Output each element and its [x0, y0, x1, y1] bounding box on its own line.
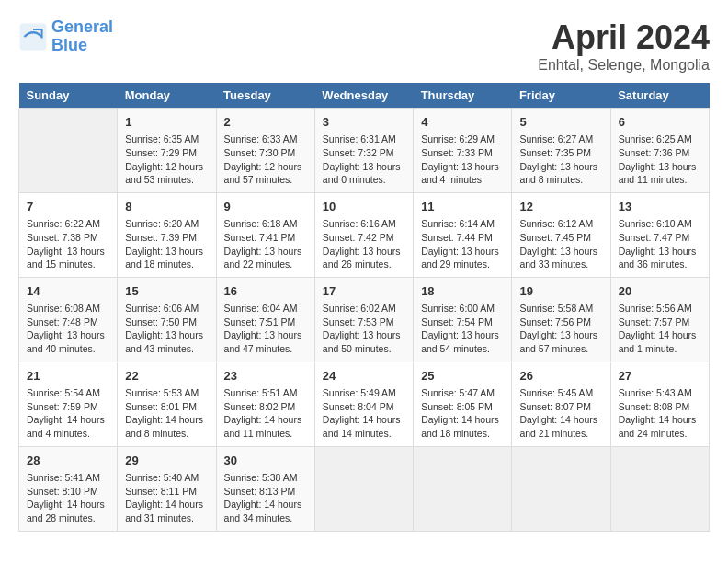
- day-info: Sunrise: 6:02 AM Sunset: 7:53 PM Dayligh…: [323, 302, 405, 356]
- day-info: Sunrise: 5:47 AM Sunset: 8:05 PM Dayligh…: [421, 386, 504, 441]
- day-info: Sunrise: 5:53 AM Sunset: 8:01 PM Dayligh…: [125, 386, 208, 441]
- header-sunday: Sunday: [19, 83, 118, 109]
- day-info: Sunrise: 6:06 AM Sunset: 7:50 PM Dayligh…: [125, 302, 208, 356]
- day-number: 29: [125, 453, 208, 469]
- calendar-cell: [414, 446, 512, 531]
- calendar-cell: 12Sunrise: 6:12 AM Sunset: 7:45 PM Dayli…: [512, 192, 610, 277]
- logo-text: General Blue: [51, 18, 113, 55]
- day-info: Sunrise: 6:33 AM Sunset: 7:30 PM Dayligh…: [224, 132, 307, 187]
- day-info: Sunrise: 5:58 AM Sunset: 7:56 PM Dayligh…: [519, 302, 602, 356]
- calendar-cell: 3Sunrise: 6:31 AM Sunset: 7:32 PM Daylig…: [314, 109, 413, 193]
- day-number: 11: [421, 199, 504, 215]
- day-number: 6: [619, 114, 701, 131]
- calendar-cell: [610, 446, 709, 531]
- calendar-cell: 27Sunrise: 5:43 AM Sunset: 8:08 PM Dayli…: [610, 362, 709, 446]
- calendar-cell: 19Sunrise: 5:58 AM Sunset: 7:56 PM Dayli…: [512, 277, 610, 362]
- calendar-cell: 30Sunrise: 5:38 AM Sunset: 8:13 PM Dayli…: [216, 446, 314, 531]
- calendar-cell: 15Sunrise: 6:06 AM Sunset: 7:50 PM Dayli…: [118, 277, 216, 362]
- day-info: Sunrise: 6:00 AM Sunset: 7:54 PM Dayligh…: [421, 302, 504, 356]
- week-row-2: 7Sunrise: 6:22 AM Sunset: 7:38 PM Daylig…: [19, 192, 710, 277]
- day-number: 17: [323, 283, 405, 300]
- day-info: Sunrise: 6:08 AM Sunset: 7:48 PM Dayligh…: [27, 302, 109, 356]
- day-number: 14: [27, 283, 109, 300]
- day-number: 23: [224, 368, 307, 385]
- day-info: Sunrise: 6:10 AM Sunset: 7:47 PM Dayligh…: [619, 217, 701, 271]
- day-info: Sunrise: 6:27 AM Sunset: 7:35 PM Dayligh…: [519, 132, 602, 187]
- day-info: Sunrise: 5:51 AM Sunset: 8:02 PM Dayligh…: [224, 386, 307, 441]
- calendar-cell: 28Sunrise: 5:41 AM Sunset: 8:10 PM Dayli…: [19, 446, 118, 531]
- day-number: 22: [125, 368, 208, 385]
- calendar-cell: 23Sunrise: 5:51 AM Sunset: 8:02 PM Dayli…: [216, 362, 314, 446]
- title-block: April 2024 Enhtal, Selenge, Mongolia: [538, 18, 710, 74]
- calendar-cell: 1Sunrise: 6:35 AM Sunset: 7:29 PM Daylig…: [118, 109, 216, 193]
- calendar-cell: 9Sunrise: 6:18 AM Sunset: 7:41 PM Daylig…: [216, 192, 314, 277]
- header-row: SundayMondayTuesdayWednesdayThursdayFrid…: [19, 83, 710, 109]
- calendar-cell: 20Sunrise: 5:56 AM Sunset: 7:57 PM Dayli…: [610, 277, 709, 362]
- day-info: Sunrise: 6:29 AM Sunset: 7:33 PM Dayligh…: [421, 132, 504, 187]
- header-friday: Friday: [512, 83, 610, 109]
- day-number: 12: [519, 199, 602, 215]
- calendar-cell: 22Sunrise: 5:53 AM Sunset: 8:01 PM Dayli…: [118, 362, 216, 446]
- calendar-cell: 11Sunrise: 6:14 AM Sunset: 7:44 PM Dayli…: [414, 192, 512, 277]
- day-number: 5: [519, 114, 602, 131]
- day-info: Sunrise: 5:41 AM Sunset: 8:10 PM Dayligh…: [27, 471, 109, 525]
- day-number: 18: [421, 283, 504, 300]
- day-info: Sunrise: 5:54 AM Sunset: 7:59 PM Dayligh…: [27, 386, 109, 441]
- calendar-cell: [512, 446, 610, 531]
- day-number: 1: [125, 114, 208, 131]
- page-header: General Blue April 2024 Enhtal, Selenge,…: [18, 18, 710, 74]
- logo: General Blue: [18, 18, 113, 55]
- day-info: Sunrise: 6:20 AM Sunset: 7:39 PM Dayligh…: [125, 217, 208, 271]
- calendar-cell: 6Sunrise: 6:25 AM Sunset: 7:36 PM Daylig…: [610, 109, 709, 193]
- calendar-cell: 14Sunrise: 6:08 AM Sunset: 7:48 PM Dayli…: [19, 277, 118, 362]
- header-saturday: Saturday: [610, 83, 709, 109]
- header-thursday: Thursday: [414, 83, 512, 109]
- calendar-cell: 7Sunrise: 6:22 AM Sunset: 7:38 PM Daylig…: [19, 192, 118, 277]
- day-number: 10: [323, 199, 405, 215]
- day-info: Sunrise: 6:12 AM Sunset: 7:45 PM Dayligh…: [519, 217, 602, 271]
- calendar-subtitle: Enhtal, Selenge, Mongolia: [538, 57, 710, 74]
- day-number: 21: [27, 368, 109, 385]
- calendar-title: April 2024: [538, 18, 710, 57]
- calendar-cell: 24Sunrise: 5:49 AM Sunset: 8:04 PM Dayli…: [314, 362, 413, 446]
- day-info: Sunrise: 6:35 AM Sunset: 7:29 PM Dayligh…: [125, 132, 208, 187]
- day-number: 27: [619, 368, 701, 385]
- calendar-cell: 2Sunrise: 6:33 AM Sunset: 7:30 PM Daylig…: [216, 109, 314, 193]
- day-info: Sunrise: 6:04 AM Sunset: 7:51 PM Dayligh…: [224, 302, 307, 356]
- calendar-cell: 4Sunrise: 6:29 AM Sunset: 7:33 PM Daylig…: [414, 109, 512, 193]
- day-info: Sunrise: 6:25 AM Sunset: 7:36 PM Dayligh…: [619, 132, 701, 187]
- calendar-cell: 21Sunrise: 5:54 AM Sunset: 7:59 PM Dayli…: [19, 362, 118, 446]
- calendar-cell: 8Sunrise: 6:20 AM Sunset: 7:39 PM Daylig…: [118, 192, 216, 277]
- day-number: 2: [224, 114, 307, 131]
- day-info: Sunrise: 5:40 AM Sunset: 8:11 PM Dayligh…: [125, 471, 208, 525]
- calendar-cell: 26Sunrise: 5:45 AM Sunset: 8:07 PM Dayli…: [512, 362, 610, 446]
- day-number: 25: [421, 368, 504, 385]
- day-number: 24: [323, 368, 405, 385]
- day-number: 28: [27, 453, 109, 469]
- logo-icon: [18, 22, 48, 52]
- day-info: Sunrise: 6:16 AM Sunset: 7:42 PM Dayligh…: [323, 217, 405, 271]
- day-number: 8: [125, 199, 208, 215]
- week-row-3: 14Sunrise: 6:08 AM Sunset: 7:48 PM Dayli…: [19, 277, 710, 362]
- calendar-cell: [19, 109, 118, 193]
- day-info: Sunrise: 5:45 AM Sunset: 8:07 PM Dayligh…: [519, 386, 602, 441]
- calendar-cell: 29Sunrise: 5:40 AM Sunset: 8:11 PM Dayli…: [118, 446, 216, 531]
- day-number: 30: [224, 453, 307, 469]
- day-number: 16: [224, 283, 307, 300]
- day-info: Sunrise: 5:56 AM Sunset: 7:57 PM Dayligh…: [619, 302, 701, 356]
- day-number: 13: [619, 199, 701, 215]
- day-info: Sunrise: 6:18 AM Sunset: 7:41 PM Dayligh…: [224, 217, 307, 271]
- day-number: 19: [519, 283, 602, 300]
- day-info: Sunrise: 5:49 AM Sunset: 8:04 PM Dayligh…: [323, 386, 405, 441]
- day-number: 20: [619, 283, 701, 300]
- day-info: Sunrise: 5:38 AM Sunset: 8:13 PM Dayligh…: [224, 471, 307, 525]
- header-tuesday: Tuesday: [216, 83, 314, 109]
- header-monday: Monday: [118, 83, 216, 109]
- calendar-cell: 10Sunrise: 6:16 AM Sunset: 7:42 PM Dayli…: [314, 192, 413, 277]
- week-row-5: 28Sunrise: 5:41 AM Sunset: 8:10 PM Dayli…: [19, 446, 710, 531]
- calendar-cell: 18Sunrise: 6:00 AM Sunset: 7:54 PM Dayli…: [414, 277, 512, 362]
- calendar-cell: 17Sunrise: 6:02 AM Sunset: 7:53 PM Dayli…: [314, 277, 413, 362]
- header-wednesday: Wednesday: [314, 83, 413, 109]
- day-info: Sunrise: 6:22 AM Sunset: 7:38 PM Dayligh…: [27, 217, 109, 271]
- day-info: Sunrise: 6:14 AM Sunset: 7:44 PM Dayligh…: [421, 217, 504, 271]
